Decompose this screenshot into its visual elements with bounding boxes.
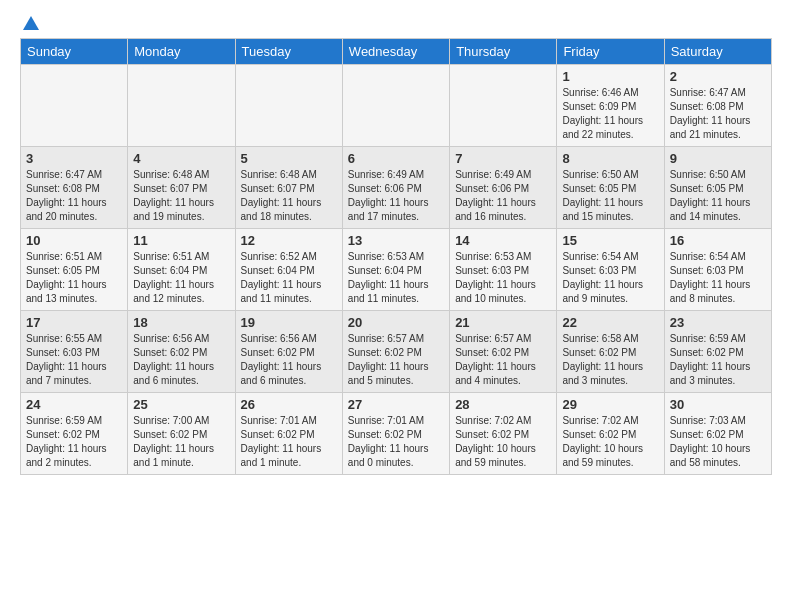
day-info: Sunrise: 6:47 AM Sunset: 6:08 PM Dayligh… [670,86,766,142]
day-number: 26 [241,397,337,412]
calendar-cell: 6Sunrise: 6:49 AM Sunset: 6:06 PM Daylig… [342,147,449,229]
day-info: Sunrise: 7:01 AM Sunset: 6:02 PM Dayligh… [348,414,444,470]
day-info: Sunrise: 6:48 AM Sunset: 6:07 PM Dayligh… [133,168,229,224]
day-info: Sunrise: 6:52 AM Sunset: 6:04 PM Dayligh… [241,250,337,306]
header-day-sunday: Sunday [21,39,128,65]
calendar-cell: 22Sunrise: 6:58 AM Sunset: 6:02 PM Dayli… [557,311,664,393]
day-number: 24 [26,397,122,412]
calendar-cell: 11Sunrise: 6:51 AM Sunset: 6:04 PM Dayli… [128,229,235,311]
calendar-cell: 5Sunrise: 6:48 AM Sunset: 6:07 PM Daylig… [235,147,342,229]
day-number: 17 [26,315,122,330]
calendar-cell: 9Sunrise: 6:50 AM Sunset: 6:05 PM Daylig… [664,147,771,229]
day-info: Sunrise: 6:53 AM Sunset: 6:03 PM Dayligh… [455,250,551,306]
day-number: 25 [133,397,229,412]
calendar-week-1: 3Sunrise: 6:47 AM Sunset: 6:08 PM Daylig… [21,147,772,229]
day-info: Sunrise: 6:51 AM Sunset: 6:04 PM Dayligh… [133,250,229,306]
day-info: Sunrise: 6:49 AM Sunset: 6:06 PM Dayligh… [455,168,551,224]
calendar-cell: 24Sunrise: 6:59 AM Sunset: 6:02 PM Dayli… [21,393,128,475]
day-number: 18 [133,315,229,330]
calendar-cell: 17Sunrise: 6:55 AM Sunset: 6:03 PM Dayli… [21,311,128,393]
day-info: Sunrise: 6:53 AM Sunset: 6:04 PM Dayligh… [348,250,444,306]
day-info: Sunrise: 6:46 AM Sunset: 6:09 PM Dayligh… [562,86,658,142]
day-number: 14 [455,233,551,248]
calendar-cell: 12Sunrise: 6:52 AM Sunset: 6:04 PM Dayli… [235,229,342,311]
calendar-cell: 16Sunrise: 6:54 AM Sunset: 6:03 PM Dayli… [664,229,771,311]
day-number: 21 [455,315,551,330]
day-number: 1 [562,69,658,84]
day-number: 11 [133,233,229,248]
day-number: 30 [670,397,766,412]
calendar-cell: 21Sunrise: 6:57 AM Sunset: 6:02 PM Dayli… [450,311,557,393]
day-info: Sunrise: 7:03 AM Sunset: 6:02 PM Dayligh… [670,414,766,470]
calendar-table: SundayMondayTuesdayWednesdayThursdayFrid… [20,38,772,475]
day-number: 6 [348,151,444,166]
calendar-week-0: 1Sunrise: 6:46 AM Sunset: 6:09 PM Daylig… [21,65,772,147]
calendar-cell: 18Sunrise: 6:56 AM Sunset: 6:02 PM Dayli… [128,311,235,393]
calendar-cell: 28Sunrise: 7:02 AM Sunset: 6:02 PM Dayli… [450,393,557,475]
day-number: 5 [241,151,337,166]
calendar-cell: 15Sunrise: 6:54 AM Sunset: 6:03 PM Dayli… [557,229,664,311]
logo [20,16,40,28]
day-number: 27 [348,397,444,412]
day-info: Sunrise: 6:59 AM Sunset: 6:02 PM Dayligh… [26,414,122,470]
header-day-thursday: Thursday [450,39,557,65]
header [20,16,772,28]
calendar-week-4: 24Sunrise: 6:59 AM Sunset: 6:02 PM Dayli… [21,393,772,475]
day-number: 23 [670,315,766,330]
day-number: 7 [455,151,551,166]
day-info: Sunrise: 6:56 AM Sunset: 6:02 PM Dayligh… [241,332,337,388]
day-number: 15 [562,233,658,248]
calendar-cell [21,65,128,147]
day-number: 3 [26,151,122,166]
day-number: 12 [241,233,337,248]
calendar-cell: 23Sunrise: 6:59 AM Sunset: 6:02 PM Dayli… [664,311,771,393]
day-info: Sunrise: 7:00 AM Sunset: 6:02 PM Dayligh… [133,414,229,470]
calendar-cell: 30Sunrise: 7:03 AM Sunset: 6:02 PM Dayli… [664,393,771,475]
header-day-monday: Monday [128,39,235,65]
day-info: Sunrise: 6:56 AM Sunset: 6:02 PM Dayligh… [133,332,229,388]
day-info: Sunrise: 6:54 AM Sunset: 6:03 PM Dayligh… [562,250,658,306]
calendar-cell: 13Sunrise: 6:53 AM Sunset: 6:04 PM Dayli… [342,229,449,311]
day-number: 20 [348,315,444,330]
calendar-body: 1Sunrise: 6:46 AM Sunset: 6:09 PM Daylig… [21,65,772,475]
calendar-cell: 4Sunrise: 6:48 AM Sunset: 6:07 PM Daylig… [128,147,235,229]
day-info: Sunrise: 6:55 AM Sunset: 6:03 PM Dayligh… [26,332,122,388]
header-day-friday: Friday [557,39,664,65]
logo-triangle-icon [22,14,40,32]
day-info: Sunrise: 6:47 AM Sunset: 6:08 PM Dayligh… [26,168,122,224]
calendar-cell [342,65,449,147]
day-info: Sunrise: 7:02 AM Sunset: 6:02 PM Dayligh… [562,414,658,470]
day-info: Sunrise: 6:57 AM Sunset: 6:02 PM Dayligh… [348,332,444,388]
day-number: 9 [670,151,766,166]
day-info: Sunrise: 6:50 AM Sunset: 6:05 PM Dayligh… [670,168,766,224]
day-number: 22 [562,315,658,330]
calendar-cell [235,65,342,147]
day-info: Sunrise: 6:58 AM Sunset: 6:02 PM Dayligh… [562,332,658,388]
calendar-cell: 1Sunrise: 6:46 AM Sunset: 6:09 PM Daylig… [557,65,664,147]
calendar-cell: 27Sunrise: 7:01 AM Sunset: 6:02 PM Dayli… [342,393,449,475]
calendar-cell: 19Sunrise: 6:56 AM Sunset: 6:02 PM Dayli… [235,311,342,393]
header-day-tuesday: Tuesday [235,39,342,65]
calendar-week-3: 17Sunrise: 6:55 AM Sunset: 6:03 PM Dayli… [21,311,772,393]
svg-marker-0 [23,16,39,30]
calendar-cell [450,65,557,147]
day-number: 4 [133,151,229,166]
day-number: 16 [670,233,766,248]
day-info: Sunrise: 6:48 AM Sunset: 6:07 PM Dayligh… [241,168,337,224]
day-info: Sunrise: 6:51 AM Sunset: 6:05 PM Dayligh… [26,250,122,306]
calendar-cell: 3Sunrise: 6:47 AM Sunset: 6:08 PM Daylig… [21,147,128,229]
header-day-saturday: Saturday [664,39,771,65]
day-info: Sunrise: 6:54 AM Sunset: 6:03 PM Dayligh… [670,250,766,306]
day-info: Sunrise: 7:02 AM Sunset: 6:02 PM Dayligh… [455,414,551,470]
day-info: Sunrise: 6:50 AM Sunset: 6:05 PM Dayligh… [562,168,658,224]
calendar-cell: 14Sunrise: 6:53 AM Sunset: 6:03 PM Dayli… [450,229,557,311]
day-info: Sunrise: 6:49 AM Sunset: 6:06 PM Dayligh… [348,168,444,224]
page-container: SundayMondayTuesdayWednesdayThursdayFrid… [0,0,792,491]
day-info: Sunrise: 6:57 AM Sunset: 6:02 PM Dayligh… [455,332,551,388]
header-day-wednesday: Wednesday [342,39,449,65]
calendar-cell: 10Sunrise: 6:51 AM Sunset: 6:05 PM Dayli… [21,229,128,311]
calendar-cell: 20Sunrise: 6:57 AM Sunset: 6:02 PM Dayli… [342,311,449,393]
calendar-header: SundayMondayTuesdayWednesdayThursdayFrid… [21,39,772,65]
calendar-cell: 2Sunrise: 6:47 AM Sunset: 6:08 PM Daylig… [664,65,771,147]
calendar-cell: 8Sunrise: 6:50 AM Sunset: 6:05 PM Daylig… [557,147,664,229]
